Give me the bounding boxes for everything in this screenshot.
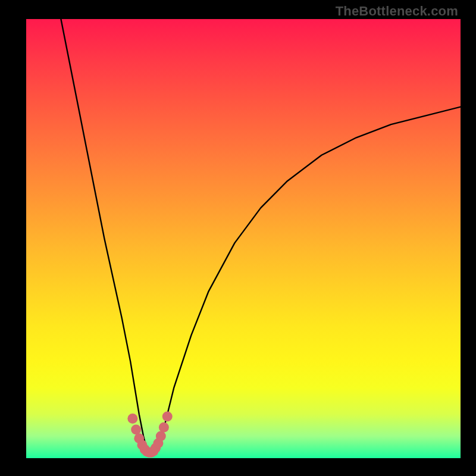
plot-area	[26, 19, 461, 458]
bottom-marker-dot	[159, 422, 169, 433]
bottom-marker-dot	[156, 431, 166, 441]
bottom-marker-dot	[127, 414, 137, 424]
chart-frame: TheBottleneck.com	[0, 0, 476, 476]
bottom-marker-dot	[131, 425, 141, 435]
bottom-marker-group	[127, 411, 172, 458]
bottom-marker-dot	[162, 411, 173, 421]
watermark-text: TheBottleneck.com	[336, 4, 458, 19]
curve-svg	[26, 19, 461, 458]
bottleneck-curve	[61, 19, 461, 454]
